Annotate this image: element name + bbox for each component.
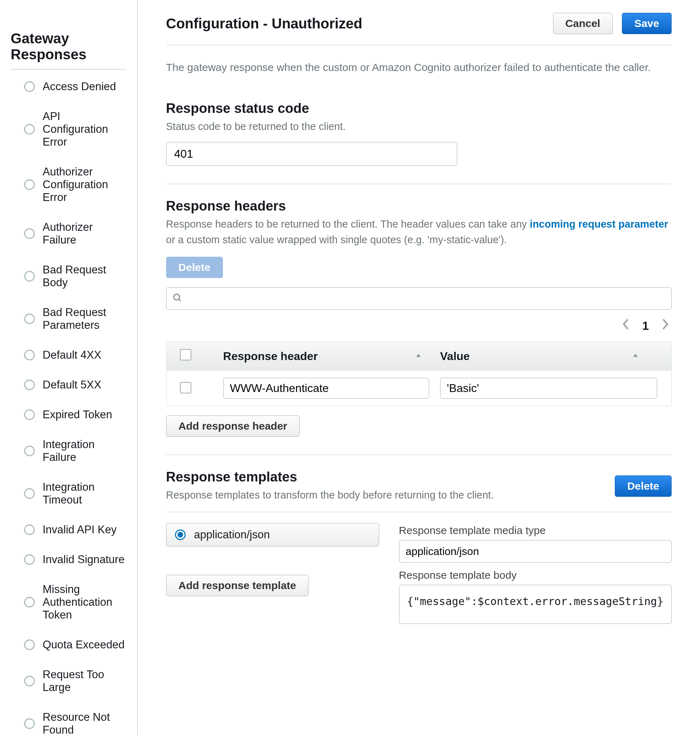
- pager: 1: [166, 318, 669, 333]
- sidebar-item-label: Resource Not Found: [43, 711, 126, 735]
- sidebar-item-label: Authorizer Configuration Error: [43, 165, 126, 204]
- sidebar-item-bad-request-body[interactable]: Bad Request Body: [24, 264, 126, 289]
- sidebar-item-access-denied[interactable]: Access Denied: [24, 80, 126, 93]
- sidebar: Gateway Responses Access DeniedAPI Confi…: [0, 0, 138, 735]
- page-description: The gateway response when the custom or …: [166, 60, 672, 75]
- sidebar-title: Gateway Responses: [11, 31, 126, 62]
- media-type-input[interactable]: [399, 540, 672, 563]
- radio-selected-icon: [175, 529, 186, 540]
- prev-page-button[interactable]: [622, 318, 629, 333]
- sort-icon[interactable]: [631, 350, 639, 363]
- main-panel: Configuration - Unauthorized Cancel Save…: [138, 0, 700, 735]
- search-icon: [172, 293, 182, 304]
- sidebar-item-label: Authorizer Failure: [43, 221, 126, 246]
- radio-icon: [24, 554, 35, 565]
- svg-point-0: [174, 294, 179, 300]
- sidebar-item-invalid-signature[interactable]: Invalid Signature: [24, 553, 126, 566]
- page-title: Configuration - Unauthorized: [166, 16, 362, 32]
- radio-icon: [24, 488, 35, 499]
- status-code-sub: Status code to be returned to the client…: [166, 119, 672, 135]
- sidebar-item-label: Missing Authentication Token: [43, 583, 126, 622]
- delete-header-button: Delete: [166, 257, 223, 278]
- sidebar-item-integration-timeout[interactable]: Integration Timeout: [24, 481, 126, 506]
- template-body-input[interactable]: {"message":$context.error.messageString}: [399, 585, 672, 624]
- sidebar-item-authorizer-configuration-error[interactable]: Authorizer Configuration Error: [24, 165, 126, 204]
- cancel-button[interactable]: Cancel: [553, 13, 613, 34]
- radio-icon: [24, 179, 35, 190]
- radio-icon: [24, 81, 35, 92]
- sidebar-item-label: Request Too Large: [43, 668, 126, 694]
- radio-icon: [24, 228, 35, 239]
- radio-icon: [24, 271, 35, 281]
- header-value-input[interactable]: [440, 378, 657, 399]
- sidebar-item-default-4xx[interactable]: Default 4XX: [24, 349, 126, 361]
- svg-line-1: [179, 299, 181, 301]
- response-templates-title: Response templates: [166, 469, 494, 485]
- sidebar-item-default-5xx[interactable]: Default 5XX: [24, 379, 126, 391]
- radio-icon: [24, 597, 35, 608]
- sidebar-item-api-configuration-error[interactable]: API Configuration Error: [24, 110, 126, 149]
- radio-icon: [24, 350, 35, 360]
- media-type-label: Response template media type: [399, 524, 672, 536]
- sidebar-item-label: API Configuration Error: [43, 110, 126, 149]
- sidebar-item-label: Integration Timeout: [43, 481, 126, 506]
- sidebar-item-invalid-api-key[interactable]: Invalid API Key: [24, 523, 126, 536]
- add-response-template-button[interactable]: Add response template: [166, 575, 309, 596]
- sidebar-item-resource-not-found[interactable]: Resource Not Found: [24, 711, 126, 735]
- response-headers-title: Response headers: [166, 199, 672, 214]
- response-templates-sub: Response templates to transform the body…: [166, 488, 494, 503]
- response-headers-table: Response header Value: [166, 342, 672, 406]
- status-code-input[interactable]: [166, 142, 457, 166]
- sidebar-item-label: Invalid API Key: [43, 523, 117, 536]
- sidebar-item-authorizer-failure[interactable]: Authorizer Failure: [24, 221, 126, 246]
- sidebar-item-label: Default 5XX: [43, 379, 101, 391]
- template-body-label: Response template body: [399, 569, 672, 581]
- svg-marker-3: [633, 354, 638, 357]
- sidebar-item-label: Bad Request Parameters: [43, 306, 126, 331]
- search-headers: [166, 287, 672, 309]
- th-value[interactable]: Value: [440, 350, 470, 363]
- svg-marker-2: [416, 354, 421, 357]
- sidebar-item-label: Integration Failure: [43, 438, 126, 464]
- radio-icon: [24, 718, 35, 729]
- add-response-header-button[interactable]: Add response header: [166, 415, 300, 437]
- radio-icon: [24, 446, 35, 456]
- radio-icon: [24, 380, 35, 390]
- sidebar-item-label: Bad Request Body: [43, 264, 126, 289]
- sidebar-item-label: Invalid Signature: [43, 553, 125, 566]
- sidebar-item-integration-failure[interactable]: Integration Failure: [24, 438, 126, 464]
- sidebar-item-expired-token[interactable]: Expired Token: [24, 408, 126, 421]
- delete-template-button[interactable]: Delete: [615, 476, 672, 497]
- select-all-checkbox[interactable]: [180, 349, 191, 360]
- radio-icon: [24, 314, 35, 324]
- status-code-title: Response status code: [166, 101, 672, 116]
- save-button[interactable]: Save: [622, 13, 672, 34]
- sidebar-item-request-too-large[interactable]: Request Too Large: [24, 668, 126, 694]
- incoming-request-parameter-link[interactable]: incoming request parameter: [529, 218, 668, 230]
- sidebar-item-label: Quota Exceeded: [43, 638, 125, 651]
- sidebar-item-label: Access Denied: [43, 80, 116, 93]
- table-row: [166, 370, 671, 406]
- sidebar-item-label: Expired Token: [43, 408, 112, 421]
- radio-icon: [24, 409, 35, 420]
- sidebar-item-bad-request-parameters[interactable]: Bad Request Parameters: [24, 306, 126, 331]
- page-number: 1: [642, 319, 649, 333]
- template-item-json[interactable]: application/json: [166, 523, 379, 546]
- radio-icon: [24, 524, 35, 535]
- sidebar-item-label: Default 4XX: [43, 349, 101, 361]
- row-checkbox[interactable]: [180, 382, 191, 393]
- radio-icon: [24, 124, 35, 135]
- sidebar-item-quota-exceeded[interactable]: Quota Exceeded: [24, 638, 126, 651]
- th-response-header[interactable]: Response header: [223, 350, 318, 363]
- header-name-input[interactable]: [223, 378, 429, 399]
- sidebar-item-missing-authentication-token[interactable]: Missing Authentication Token: [24, 583, 126, 622]
- next-page-button[interactable]: [662, 318, 669, 333]
- radio-icon: [24, 639, 35, 650]
- radio-icon: [24, 676, 35, 686]
- search-headers-input[interactable]: [166, 287, 672, 309]
- sort-icon[interactable]: [415, 350, 422, 363]
- response-headers-sub: Response headers to be returned to the c…: [166, 217, 672, 247]
